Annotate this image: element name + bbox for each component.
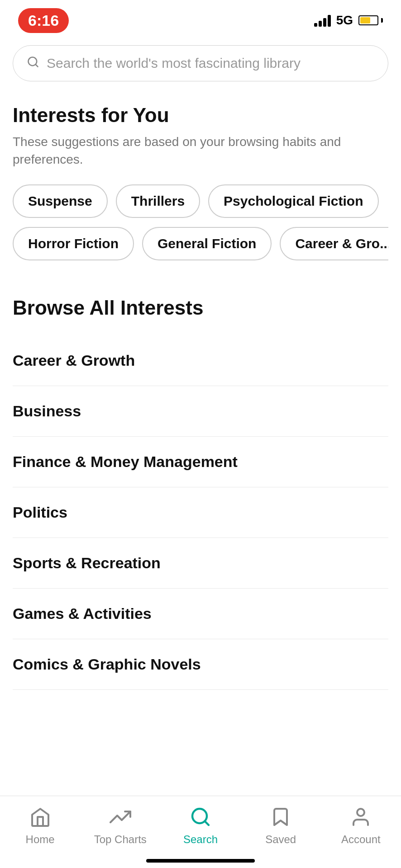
nav-label-saved: Saved	[265, 833, 296, 846]
interest-item-games[interactable]: Games & Activities	[13, 589, 388, 639]
nav-item-home[interactable]: Home	[13, 804, 67, 846]
nav-label-account: Account	[341, 833, 381, 846]
home-icon	[28, 804, 53, 830]
tag-general-fiction[interactable]: General Fiction	[142, 227, 272, 260]
status-time: 6:16	[18, 8, 69, 33]
tags-row-1: Suspense Thrillers Psychological Fiction	[13, 184, 388, 218]
nav-item-saved[interactable]: Saved	[253, 804, 308, 846]
signal-bar-3	[323, 18, 326, 27]
saved-icon	[268, 804, 293, 830]
tag-suspense[interactable]: Suspense	[13, 184, 108, 218]
search-container: Search the world's most fascinating libr…	[0, 41, 401, 90]
search-icon	[27, 56, 39, 71]
interests-subtitle: These suggestions are based on your brow…	[13, 133, 388, 168]
signal-bar-4	[328, 15, 331, 27]
browse-section: Browse All Interests Career & Growth Bus…	[0, 274, 401, 690]
tags-row-2: Horror Fiction General Fiction Career & …	[13, 227, 388, 260]
account-icon	[348, 804, 373, 830]
svg-line-3	[205, 821, 209, 825]
tag-thrillers[interactable]: Thrillers	[116, 184, 200, 218]
interests-title: Interests for You	[13, 104, 388, 127]
battery-tip	[381, 18, 383, 23]
home-indicator-bar	[146, 859, 255, 863]
signal-bar-1	[314, 23, 317, 27]
interest-item-comics[interactable]: Comics & Graphic Novels	[13, 639, 388, 690]
interest-item-sports[interactable]: Sports & Recreation	[13, 538, 388, 589]
battery-fill	[360, 17, 370, 24]
battery-body	[358, 15, 378, 25]
svg-point-4	[357, 809, 364, 816]
nav-label-home: Home	[26, 833, 55, 846]
nav-item-top-charts[interactable]: Top Charts	[93, 804, 148, 846]
network-label: 5G	[336, 13, 353, 28]
top-charts-icon	[108, 804, 133, 830]
nav-item-account[interactable]: Account	[334, 804, 388, 846]
interest-item-career[interactable]: Career & Growth	[13, 335, 388, 386]
interest-item-business[interactable]: Business	[13, 386, 388, 437]
search-bar[interactable]: Search the world's most fascinating libr…	[13, 45, 388, 81]
search-placeholder-text: Search the world's most fascinating libr…	[47, 56, 301, 71]
tag-career-growth[interactable]: Career & Gro...	[280, 227, 388, 260]
signal-bars	[314, 14, 331, 27]
nav-label-search: Search	[183, 833, 218, 846]
battery	[358, 15, 383, 25]
tag-psychological-fiction[interactable]: Psychological Fiction	[208, 184, 378, 218]
tag-horror-fiction[interactable]: Horror Fiction	[13, 227, 134, 260]
search-nav-icon	[188, 804, 213, 830]
interests-section: Interests for You These suggestions are …	[0, 90, 401, 274]
interest-list: Career & Growth Business Finance & Money…	[13, 335, 388, 690]
nav-item-search[interactable]: Search	[173, 804, 228, 846]
signal-bar-2	[319, 21, 322, 27]
status-right: 5G	[314, 13, 383, 28]
browse-title: Browse All Interests	[13, 297, 388, 319]
nav-label-top-charts: Top Charts	[94, 833, 147, 846]
interest-item-finance[interactable]: Finance & Money Management	[13, 437, 388, 487]
bottom-nav: Home Top Charts Search Saved	[0, 796, 401, 868]
interest-item-politics[interactable]: Politics	[13, 487, 388, 538]
svg-line-1	[35, 64, 38, 66]
status-bar: 6:16 5G	[0, 0, 401, 41]
